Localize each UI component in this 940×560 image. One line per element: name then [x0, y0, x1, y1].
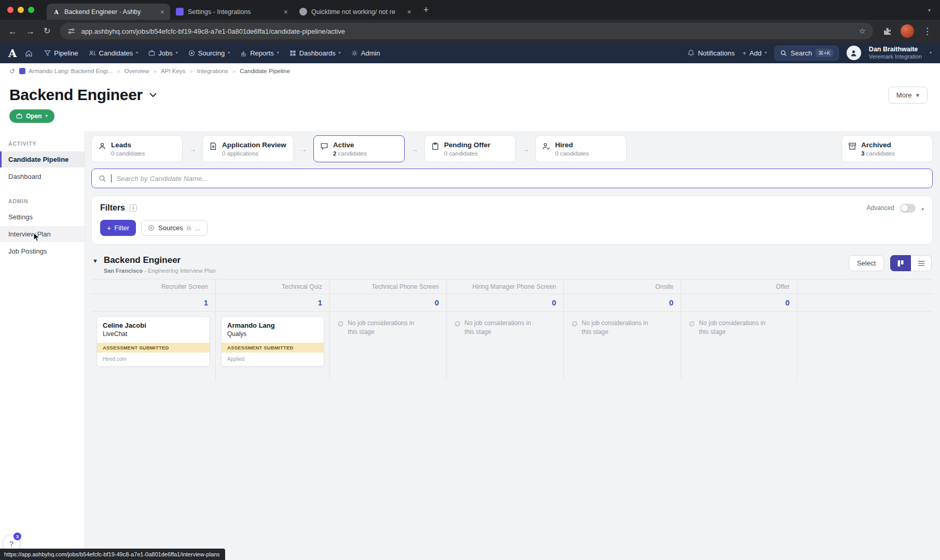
user-menu[interactable]: Dan Braithwaite Veremark Integration: [869, 46, 922, 60]
fullscreen-window-button[interactable]: [28, 7, 34, 13]
sidebar-item-interview-plan[interactable]: Interview Plan: [0, 226, 85, 242]
breadcrumb: ↺ Armando Lang: Backend Engi... » Overvi…: [0, 63, 940, 79]
collapse-chevron-icon[interactable]: ▴: [921, 205, 924, 211]
notifications-button[interactable]: Notifications: [687, 49, 735, 57]
stage-card-archived[interactable]: Archived 3 candidates: [841, 135, 933, 162]
breadcrumb-item-api-keys[interactable]: API Keys: [161, 68, 185, 74]
nav-dashboards[interactable]: Dashboards ▾: [289, 49, 341, 57]
plus-icon: +: [742, 49, 747, 57]
close-tab-icon[interactable]: ×: [407, 8, 411, 16]
kanban-header-row: Recruiter Screen Technical Quiz Technica…: [91, 279, 933, 294]
info-icon[interactable]: i: [130, 204, 137, 212]
title-chevron-icon[interactable]: [149, 92, 157, 97]
more-label: More: [896, 91, 912, 99]
stage-title: Leads: [111, 141, 145, 149]
reload-button[interactable]: ↻: [44, 27, 50, 35]
subtitle-separator: -: [144, 268, 146, 274]
nav-candidates[interactable]: Candidates ▾: [89, 49, 139, 57]
add-filter-button[interactable]: + Filter: [100, 220, 136, 236]
browser-menu-icon[interactable]: ⋮: [923, 26, 932, 37]
stage-card-application-review[interactable]: Application Review 0 applications: [202, 135, 294, 162]
tab-strip: A Backend Engineer · Ashby × Settings - …: [47, 0, 417, 20]
tab-settings-integrations[interactable]: Settings - Integrations ×: [170, 4, 294, 20]
stage-arrow-icon: →: [516, 135, 535, 162]
empty-state: ∅ No job considerations in this stage: [452, 316, 558, 337]
kanban-column-onsite: ∅ No job considerations in this stage: [564, 312, 681, 381]
close-tab-icon[interactable]: ×: [160, 8, 164, 16]
column-count: 1: [216, 294, 330, 312]
sidebar-item-candidate-pipeline[interactable]: Candidate Pipeline: [0, 151, 85, 167]
home-icon[interactable]: [25, 49, 33, 57]
nav-jobs[interactable]: Jobs ▾: [148, 49, 177, 57]
chevron-down-icon[interactable]: ▾: [930, 51, 932, 55]
more-button[interactable]: More ▾: [888, 87, 928, 104]
document-icon: [209, 142, 217, 157]
kanban-view-button[interactable]: [890, 255, 911, 271]
browser-profile-avatar[interactable]: [901, 24, 914, 38]
chevron-down-icon: ▾: [136, 51, 138, 55]
global-search-button[interactable]: Search ⌘+K: [775, 46, 839, 61]
tab-quicktime[interactable]: Quicktime not working/ not re ×: [294, 4, 417, 20]
empty-state: ∅ No job considerations in this stage: [335, 316, 441, 337]
candidate-card[interactable]: Celine Jacobi LiveChat ASSESSMENT SUBMIT…: [96, 316, 210, 367]
sidebar-item-settings[interactable]: Settings: [0, 209, 85, 225]
close-tab-icon[interactable]: ×: [284, 8, 288, 16]
nav-sourcing[interactable]: Sourcing ▾: [188, 49, 230, 57]
no-entry-icon: ∅: [572, 319, 577, 337]
select-button[interactable]: Select: [849, 255, 884, 271]
add-button[interactable]: + Add ▾: [742, 49, 767, 57]
stage-card-leads[interactable]: Leads 0 candidates: [91, 135, 183, 162]
sidebar-item-dashboard[interactable]: Dashboard: [0, 169, 85, 185]
chevron-down-icon: ▾: [228, 51, 230, 55]
ashby-logo[interactable]: A: [8, 48, 17, 59]
stage-unit: candidates: [338, 150, 367, 157]
history-icon[interactable]: ↺: [9, 67, 15, 75]
stage-arrow-icon: →: [183, 135, 202, 162]
nav-reports[interactable]: Reports ▾: [240, 49, 279, 57]
candidate-source: Hired.com: [97, 353, 210, 366]
collapse-triangle-icon[interactable]: ▼: [92, 258, 98, 264]
address-bar[interactable]: app.ashbyhq.com/jobs/b54efcfc-bf19-49c8-…: [60, 23, 873, 39]
person-check-icon: [542, 142, 550, 157]
stage-card-hired[interactable]: Hired 0 candidates: [535, 135, 627, 162]
column-count: 0: [330, 294, 447, 312]
help-badge: 3: [13, 533, 21, 540]
stage-card-active[interactable]: Active 2 candidates: [313, 135, 405, 162]
job-title: Backend Engineer: [104, 255, 216, 265]
nav-pipeline[interactable]: Pipeline: [44, 49, 78, 57]
breadcrumb-item-integrations[interactable]: Integrations: [197, 68, 228, 74]
minimize-window-button[interactable]: [18, 7, 24, 13]
advanced-toggle[interactable]: [900, 204, 916, 213]
close-window-button[interactable]: [7, 7, 13, 13]
stage-subtitle: 0 applications: [222, 150, 286, 157]
tab-backend-engineer[interactable]: A Backend Engineer · Ashby ×: [47, 4, 170, 20]
interview-plan-name: Engineering Interview Plan: [148, 268, 216, 274]
breadcrumb-item-overview[interactable]: Overview: [125, 68, 149, 74]
breadcrumb-item-job[interactable]: Armando Lang: Backend Engi...: [19, 68, 113, 74]
nav-admin[interactable]: Admin: [351, 49, 380, 57]
forward-button[interactable]: →: [26, 27, 35, 36]
user-avatar[interactable]: [847, 46, 861, 60]
list-view-button[interactable]: [911, 255, 932, 271]
back-button[interactable]: ←: [8, 27, 17, 36]
gear-icon: [351, 50, 358, 57]
candidate-card[interactable]: Armando Lang Qualys ASSESSMENT SUBMITTED…: [221, 316, 324, 367]
sidebar-item-job-postings[interactable]: Job Postings: [0, 243, 85, 259]
stage-title: Application Review: [222, 141, 286, 149]
breadcrumb-item-candidate-pipeline[interactable]: Candidate Pipeline: [240, 68, 290, 74]
filters-title: Filters: [100, 203, 125, 213]
bookmark-star-icon[interactable]: ☆: [859, 26, 866, 36]
new-tab-button[interactable]: +: [423, 5, 429, 16]
site-settings-icon[interactable]: [67, 27, 75, 35]
column-header: Recruiter Screen: [91, 279, 216, 294]
empty-state-text: No job considerations in this stage: [348, 319, 425, 337]
sources-filter-chip[interactable]: Sources is ...: [141, 220, 208, 236]
candidate-search-input[interactable]: Search by Candidate Name...: [91, 169, 933, 188]
column-header: Hiring Manager Phone Screen: [447, 279, 564, 294]
candidate-name: Armando Lang: [222, 317, 324, 330]
nav-label: Reports: [250, 49, 274, 57]
job-status-button[interactable]: Open ▾: [9, 109, 54, 123]
stage-card-pending-offer[interactable]: Pending Offer 0 candidates: [424, 135, 516, 162]
extensions-puzzle-icon[interactable]: [883, 27, 892, 36]
tab-search-chevron-icon[interactable]: ▾: [924, 7, 935, 13]
